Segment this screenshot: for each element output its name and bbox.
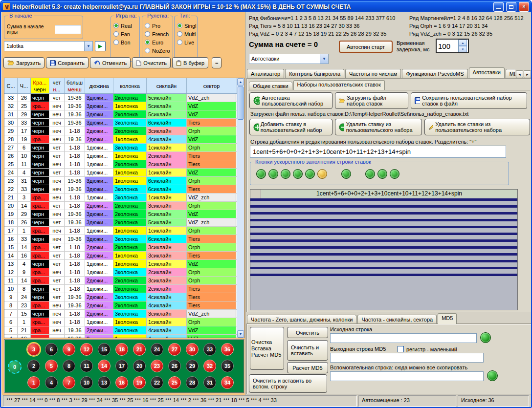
radio-icon[interactable] xyxy=(177,31,182,37)
quick-chip-button-5[interactable] xyxy=(305,169,315,179)
minimize-button[interactable]: — xyxy=(493,2,504,12)
board-number-16[interactable]: 16 xyxy=(115,376,128,389)
board-number-14[interactable]: 14 xyxy=(98,360,111,372)
add-bet-button[interactable]: Добавить ставку в пользовательский набор xyxy=(249,119,332,135)
table-row[interactable]: 2610чернчет1-181дюжи...1колонка2сиклайнT… xyxy=(4,152,237,160)
table-row[interactable]: 2233черннеч19-363дюжи...3колонка6сиклайн… xyxy=(4,185,237,193)
board-number-12[interactable]: 12 xyxy=(80,343,93,356)
copy-to-buffer-button[interactable]: В буфер xyxy=(172,57,208,68)
board-number-20[interactable]: 20 xyxy=(133,360,146,372)
quick-chip-button-3[interactable] xyxy=(281,169,290,179)
board-number-5[interactable]: 5 xyxy=(45,360,58,372)
collapse-button[interactable]: − xyxy=(212,57,222,68)
board-number-19[interactable]: 19 xyxy=(133,376,146,389)
board-number-3[interactable]: 3 xyxy=(27,343,40,356)
bet-string-input[interactable] xyxy=(250,146,506,158)
tab-частоты-по-числам[interactable]: Частоты по числам xyxy=(345,69,401,78)
scroll-thumb[interactable] xyxy=(238,86,244,120)
autobets-combo[interactable]: Автоставки ▼ xyxy=(249,54,329,64)
board-number-18[interactable]: 18 xyxy=(115,343,128,356)
delay-input[interactable] xyxy=(437,40,458,52)
subtab-наборы-пользовательских-ставок[interactable]: Наборы пользовательских ставок xyxy=(293,80,385,90)
board-number-25[interactable]: 25 xyxy=(168,376,181,389)
spinner-down-button[interactable]: ▼ xyxy=(459,46,467,52)
undo-button[interactable]: Отменить xyxy=(90,57,131,68)
table-row[interactable]: 924чернчет19-362дюжи...3колонка4сиклайнT… xyxy=(4,293,237,301)
board-number-2[interactable]: 2 xyxy=(27,360,40,372)
tab-автоставки[interactable]: Автоставки xyxy=(469,67,505,78)
autospin-start-button[interactable]: Автоспин старт xyxy=(339,41,393,53)
source-action-button[interactable] xyxy=(480,332,491,343)
table-row[interactable]: 1114кра...чет1-182дюжи...2колонка3сиклай… xyxy=(4,277,237,285)
board-number-7[interactable]: 7 xyxy=(63,376,75,389)
tab-md5[interactable]: MD5 xyxy=(506,69,515,78)
table-row[interactable]: 1514кра...чет1-182дюжи...2колонка3сиклай… xyxy=(4,243,237,252)
tab-md5[interactable]: MD5 xyxy=(438,313,457,324)
board-number-13[interactable]: 13 xyxy=(98,376,111,389)
md5-clear-insert-button[interactable]: Очистить и вставить xyxy=(287,340,328,361)
dropdown-button[interactable]: ▼ xyxy=(84,42,92,51)
slot-combo[interactable]: 1slotka ▼ xyxy=(4,41,93,51)
board-number-29[interactable]: 29 xyxy=(186,360,199,372)
radio-option-bon[interactable]: Bon xyxy=(113,38,139,46)
board-number-24[interactable]: 24 xyxy=(151,343,163,356)
radio-option-multi[interactable]: Multi xyxy=(177,30,197,38)
col-header-sixline[interactable]: сиклайн xyxy=(147,78,187,93)
table-row[interactable]: 129кра...неч1-181дюжи...3колонка2сиклайн… xyxy=(4,268,237,277)
quick-chip-button-4[interactable] xyxy=(293,169,303,179)
table-row[interactable]: 1416кра...чет1-182дюжи...1колонка3сиклай… xyxy=(4,252,237,260)
lowercase-checkbox[interactable] xyxy=(398,346,404,352)
save-bet-set-file-button[interactable]: Сохранить пользовательский набор ставок … xyxy=(411,92,527,109)
bet-sets-list[interactable]: 1cent+5+6+0+0+2+1+3+10cent+10+11+12+13+1… xyxy=(250,189,518,310)
table-row[interactable]: 3326чернчет19-363дюжи...2колонка5сиклайн… xyxy=(4,94,237,102)
board-number-35[interactable]: 35 xyxy=(221,360,234,372)
table-row[interactable]: 419кра...неч19-362дюжи...1колонка4сиклай… xyxy=(4,335,237,338)
clear-button[interactable]: Очистить xyxy=(132,57,171,68)
col-header-range[interactable]: большменш xyxy=(65,78,85,93)
quick-chip-button-7[interactable] xyxy=(341,169,351,179)
radio-icon[interactable] xyxy=(145,40,150,45)
tab-частота-сиклайны-сектора[interactable]: Частота - сиклайны, сектора xyxy=(357,315,437,324)
radio-option-nozero[interactable]: NoZero xyxy=(145,46,173,55)
table-row[interactable]: 61кра...неч1-181дюжи...1колонка1сиклайнO… xyxy=(4,318,237,326)
quick-chip-button-6[interactable] xyxy=(317,169,327,179)
table-row[interactable]: 213кра...неч1-181дюжи...3колонка1сиклайн… xyxy=(4,193,237,202)
bet-list-row[interactable] xyxy=(250,226,517,233)
save-button[interactable]: Сохранить xyxy=(46,57,89,68)
board-number-28[interactable]: 28 xyxy=(186,376,199,389)
radio-option-pro[interactable]: Pro xyxy=(145,21,173,30)
table-row[interactable]: 823кра...неч19-362дюжи...2колонка4сиклай… xyxy=(4,301,237,310)
board-number-0[interactable]: 0 xyxy=(8,360,22,374)
clear-insert-aux-button[interactable]: Очистить и вставить во вспом. строку xyxy=(249,374,327,393)
radio-icon[interactable] xyxy=(145,23,150,28)
table-row[interactable]: 1929черннеч19-363дюжи...2колонка5сиклайн… xyxy=(4,210,237,218)
quick-chip-button-9[interactable] xyxy=(377,169,387,179)
table-row[interactable]: 2917черннеч1-182дюжи...2колонка3сиклайнO… xyxy=(4,127,237,135)
bet-list-row[interactable] xyxy=(250,260,517,267)
table-row[interactable]: 134чернчет1-181дюжи...1колонка1сиклайнVd… xyxy=(4,260,237,268)
table-row[interactable]: 3225кра...неч19-363дюжи...1колонка5сикла… xyxy=(4,102,237,110)
table-row[interactable]: 521кра...неч19-362дюжи...3колонка4сиклай… xyxy=(4,326,237,335)
radio-icon[interactable] xyxy=(177,40,182,45)
col-header-dozen[interactable]: дюжина xyxy=(85,78,113,93)
aux-string-input[interactable] xyxy=(330,371,484,381)
table-row[interactable]: 171кра...неч1-181дюжи...1колонка1сиклайн… xyxy=(4,227,237,235)
bet-list-row[interactable] xyxy=(250,212,517,219)
col-header-column[interactable]: колонка xyxy=(113,78,147,93)
board-number-31[interactable]: 31 xyxy=(203,376,216,389)
radio-icon[interactable] xyxy=(113,23,119,28)
tab-частота-zero-шансы-дюжины-колонки[interactable]: Частота - Zero, шансы, дюжины, колонки xyxy=(247,315,356,324)
bet-list-row[interactable] xyxy=(250,246,517,253)
output-string-input[interactable] xyxy=(330,353,484,363)
board-number-21[interactable]: 21 xyxy=(133,343,146,356)
bet-list-row[interactable] xyxy=(250,219,517,226)
quick-chip-button-2[interactable] xyxy=(268,169,278,179)
table-row[interactable]: 244чернчет1-181дюжи...1колонка1сиклайнVd… xyxy=(4,169,237,177)
table-row[interactable]: 3033черннеч19-363дюжи...3колонка6сиклайн… xyxy=(4,119,237,127)
quick-chip-button-10[interactable] xyxy=(390,169,399,179)
bet-list-row[interactable] xyxy=(250,205,517,212)
radio-icon[interactable] xyxy=(177,23,182,28)
tab-анализатор[interactable]: Анализатор xyxy=(247,69,284,78)
radio-option-euro[interactable]: Euro xyxy=(145,38,173,46)
md5-clear-button[interactable]: Очистить xyxy=(287,327,328,338)
